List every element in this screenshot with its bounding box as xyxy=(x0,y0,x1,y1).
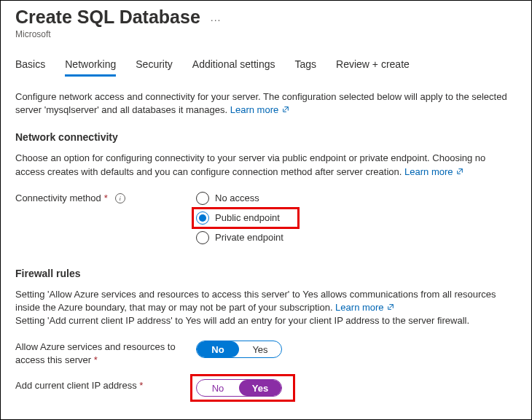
fw-desc-b: Setting 'Add current client IP address' … xyxy=(15,315,469,326)
nc-learn-more-link[interactable]: Learn more xyxy=(404,166,463,177)
tab-tags[interactable]: Tags xyxy=(294,58,316,77)
required-asterisk: * xyxy=(139,380,143,391)
external-link-icon xyxy=(282,106,289,113)
tabs-bar: Basics Networking Security Additional se… xyxy=(15,58,517,77)
fw-learn-more-text: Learn more xyxy=(335,302,383,313)
connectivity-radio-group: No access Public endpoint Private endpoi… xyxy=(196,192,517,244)
add-client-ip-yes[interactable]: Yes xyxy=(239,380,281,396)
fw-desc-a: Setting 'Allow Azure services and resour… xyxy=(15,289,496,313)
connectivity-method-label: Connectivity method xyxy=(15,192,101,203)
tab-security[interactable]: Security xyxy=(136,58,173,77)
allow-azure-toggle[interactable]: No Yes xyxy=(196,341,282,358)
intro-learn-more-text: Learn more xyxy=(230,104,278,115)
firewall-rules-heading: Firewall rules xyxy=(15,268,517,279)
network-connectivity-desc: Choose an option for configuring connect… xyxy=(15,152,517,178)
radio-icon xyxy=(196,231,209,244)
info-icon[interactable]: i xyxy=(115,193,125,203)
intro-learn-more-link[interactable]: Learn more xyxy=(230,104,289,115)
radio-icon xyxy=(196,192,209,205)
radio-no-access[interactable]: No access xyxy=(196,192,517,205)
radio-no-access-label: No access xyxy=(215,192,259,203)
network-connectivity-heading: Network connectivity xyxy=(15,131,517,143)
tab-additional-settings[interactable]: Additional settings xyxy=(192,58,275,77)
connectivity-method-field: Connectivity method * i No access Public… xyxy=(15,192,517,244)
external-link-icon xyxy=(387,303,394,311)
required-asterisk: * xyxy=(94,354,98,365)
required-asterisk: * xyxy=(104,192,108,203)
tab-basics[interactable]: Basics xyxy=(15,58,45,77)
external-link-icon xyxy=(456,168,463,175)
more-actions-icon[interactable]: ··· xyxy=(211,14,222,26)
radio-private-endpoint-label: Private endpoint xyxy=(215,232,283,243)
add-client-ip-toggle[interactable]: No Yes xyxy=(196,379,282,397)
page-title: Create SQL Database xyxy=(15,7,200,28)
add-client-ip-no[interactable]: No xyxy=(197,380,239,396)
add-client-ip-label: Add current client IP address xyxy=(15,380,137,391)
radio-public-endpoint[interactable]: Public endpoint xyxy=(196,211,517,225)
tab-review-create[interactable]: Review + create xyxy=(336,58,410,77)
radio-public-endpoint-label: Public endpoint xyxy=(215,212,280,223)
intro-text: Configure network access and connectivit… xyxy=(15,90,517,117)
allow-azure-yes[interactable]: Yes xyxy=(239,341,281,357)
tab-networking[interactable]: Networking xyxy=(65,58,116,77)
nc-learn-more-text: Learn more xyxy=(404,166,453,177)
fw-learn-more-link[interactable]: Learn more xyxy=(335,302,394,313)
radio-icon xyxy=(196,211,209,225)
firewall-rules-desc: Setting 'Allow Azure services and resour… xyxy=(15,288,517,328)
allow-azure-no[interactable]: No xyxy=(197,341,239,357)
publisher-label: Microsoft xyxy=(15,29,517,39)
radio-private-endpoint[interactable]: Private endpoint xyxy=(196,231,517,244)
